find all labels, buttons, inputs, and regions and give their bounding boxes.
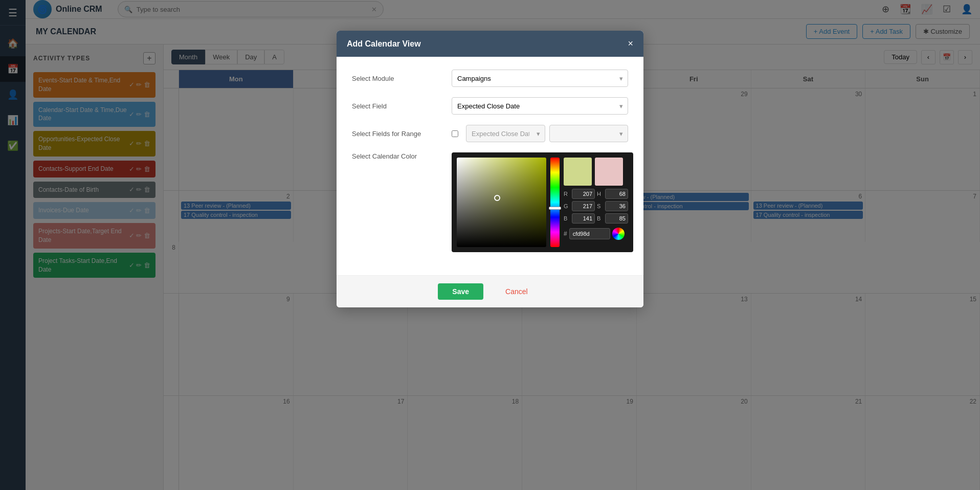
hex-hash: # bbox=[564, 230, 567, 237]
color-wheel-button[interactable] bbox=[612, 228, 625, 240]
save-button[interactable]: Save bbox=[438, 283, 483, 300]
color-g-input[interactable] bbox=[572, 201, 595, 211]
color-r-row: R H bbox=[564, 189, 628, 199]
color-b-row: B B bbox=[564, 213, 628, 224]
select-fields-range-label: Select Fields for Range bbox=[352, 130, 444, 138]
b-label: B bbox=[564, 215, 570, 221]
color-inputs: R H G S bbox=[564, 189, 628, 240]
h-label: H bbox=[597, 191, 603, 197]
color-picker: R H G S bbox=[452, 152, 633, 252]
select-field-row: Select Field Expected Close Date Start D… bbox=[352, 97, 628, 115]
color-b-input[interactable] bbox=[572, 213, 595, 224]
range-checkbox[interactable] bbox=[452, 130, 458, 137]
modal-title: Add Calendar View bbox=[347, 39, 421, 49]
color-hex-input[interactable] bbox=[569, 228, 610, 239]
color-swatch-row-1 bbox=[564, 158, 628, 186]
color-gradient[interactable] bbox=[457, 158, 546, 247]
color-gradient-cursor bbox=[494, 195, 500, 201]
range-selects: Expected Close Date bbox=[466, 125, 628, 142]
select-fields-range-row: Select Fields for Range Expected Close D… bbox=[352, 125, 628, 142]
color-swatches: R H G S bbox=[564, 158, 628, 240]
color-g-row: G S bbox=[564, 201, 628, 211]
select-module-wrapper[interactable]: Campaigns Contacts Leads Opportunities bbox=[452, 70, 628, 87]
modal-header: Add Calendar View × bbox=[337, 31, 643, 57]
color-r-input[interactable] bbox=[572, 189, 595, 199]
color-hex-row: # bbox=[564, 228, 628, 240]
select-color-label: Select Calendar Color bbox=[352, 152, 444, 160]
select-color-row: Select Calendar Color bbox=[352, 152, 628, 252]
modal-body: Select Module Campaigns Contacts Leads O… bbox=[337, 57, 643, 275]
select-field-label: Select Field bbox=[352, 102, 444, 110]
color-swatch-2[interactable] bbox=[595, 158, 623, 186]
range-field2-dropdown[interactable] bbox=[549, 125, 629, 142]
color-swatch-1[interactable] bbox=[564, 158, 592, 186]
select-field-dropdown[interactable]: Expected Close Date Start Date End Date bbox=[452, 97, 628, 115]
modal-close-button[interactable]: × bbox=[628, 38, 633, 49]
range-field2-wrapper[interactable] bbox=[549, 125, 629, 142]
r-label: R bbox=[564, 191, 570, 197]
s-label: S bbox=[597, 203, 603, 209]
color-spectrum[interactable] bbox=[550, 158, 560, 247]
range-field1-wrapper[interactable]: Expected Close Date bbox=[466, 125, 545, 142]
range-field1-dropdown[interactable]: Expected Close Date bbox=[466, 125, 545, 142]
bri-label: B bbox=[597, 215, 603, 221]
select-module-label: Select Module bbox=[352, 75, 444, 82]
g-label: G bbox=[564, 203, 570, 209]
color-s-input[interactable] bbox=[605, 201, 628, 211]
color-h-input[interactable] bbox=[605, 189, 628, 199]
modal-footer: Save Cancel bbox=[337, 275, 643, 307]
modal-overlay: Add Calendar View × Select Module Campai… bbox=[0, 0, 980, 490]
add-calendar-view-modal: Add Calendar View × Select Module Campai… bbox=[337, 31, 643, 307]
select-module-row: Select Module Campaigns Contacts Leads O… bbox=[352, 70, 628, 87]
spectrum-thumb bbox=[549, 207, 561, 210]
select-module-dropdown[interactable]: Campaigns Contacts Leads Opportunities bbox=[452, 70, 628, 87]
color-bri-input[interactable] bbox=[605, 213, 628, 224]
cancel-button[interactable]: Cancel bbox=[491, 283, 542, 300]
select-field-wrapper[interactable]: Expected Close Date Start Date End Date bbox=[452, 97, 628, 115]
range-checkbox-area bbox=[452, 130, 458, 137]
